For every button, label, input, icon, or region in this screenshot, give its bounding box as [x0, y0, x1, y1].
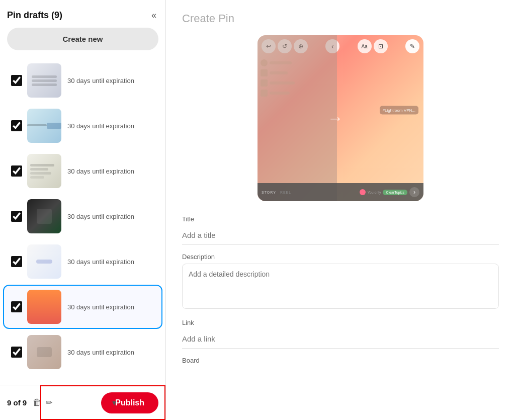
- preview-side-item-4: [261, 90, 295, 97]
- draft-expiry-2: 30 days until expiration: [67, 122, 134, 130]
- draft-checkbox-1[interactable]: [11, 75, 22, 86]
- board-field-group: Board: [182, 357, 499, 367]
- draft-checkbox-2[interactable]: [11, 120, 22, 131]
- preview-side-dot-3: [261, 79, 268, 87]
- drafts-list: 30 days until expiration 30 days until e…: [0, 55, 165, 385]
- preview-nav-dot-pink: [360, 189, 366, 195]
- draft-thumbnail-6: [27, 290, 61, 324]
- pin-preview-container: ↩ ↺ ⊕ ‹ Aa ⊡ ✎: [182, 35, 499, 201]
- page-count: 9 of 9: [7, 398, 27, 407]
- description-field-group: Description: [182, 253, 499, 311]
- draft-thumbnail-3: [27, 154, 61, 188]
- list-item[interactable]: 30 days until expiration: [3, 149, 162, 193]
- draft-checkbox-4[interactable]: [11, 211, 22, 222]
- right-panel: Create Pin ↩ ↺ ⊕ ‹ Aa ⊡ ✎: [166, 0, 515, 420]
- draft-expiry-3: 30 days until expiration: [67, 167, 134, 175]
- draft-thumbnail-1: [27, 63, 61, 98]
- panel-title: Pin drafts (9): [7, 10, 62, 21]
- draft-checkbox-7[interactable]: [11, 347, 22, 358]
- collapse-button[interactable]: «: [149, 8, 158, 23]
- dropdown-arrow-icon[interactable]: ▼: [111, 399, 118, 407]
- preview-side-item-3: [261, 79, 295, 87]
- preview-tag: #Lightroom VPN...: [380, 106, 418, 114]
- preview-nav-reel-text: REEL: [280, 191, 291, 194]
- left-panel: Pin drafts (9) « Create new 30 days unti…: [0, 0, 166, 420]
- title-label: Title: [182, 215, 499, 223]
- preview-nav-next-icon[interactable]: ›: [409, 187, 419, 197]
- preview-side-panel: [258, 35, 337, 201]
- preview-arrow-icon: →: [327, 109, 344, 128]
- draft-thumbnail-2: [27, 109, 61, 143]
- link-input[interactable]: [182, 329, 499, 349]
- preview-bottom-nav: STORY REEL You only ClearTopics ›: [258, 183, 423, 201]
- draft-checkbox-5[interactable]: [11, 256, 22, 267]
- title-field-group: Title: [182, 215, 499, 245]
- list-item[interactable]: 30 days until expiration: [3, 104, 162, 148]
- delete-button[interactable]: 🗑: [33, 397, 42, 408]
- draft-thumbnail-7: [27, 335, 61, 369]
- board-label: Board: [182, 357, 499, 364]
- preview-side-dot-2: [261, 69, 268, 76]
- list-item[interactable]: 30 days until expiration: [3, 330, 162, 374]
- preview-nav-you-only: You only: [368, 191, 381, 194]
- preview-nav-chip: ClearTopics: [383, 190, 407, 195]
- create-new-button[interactable]: Create new: [7, 28, 158, 50]
- pin-preview: ↩ ↺ ⊕ ‹ Aa ⊡ ✎: [258, 35, 423, 201]
- panel-header: Pin drafts (9) «: [0, 0, 165, 28]
- draft-expiry-7: 30 days until expiration: [67, 349, 134, 356]
- title-input[interactable]: [182, 226, 499, 245]
- preview-nav-right: You only ClearTopics ›: [360, 187, 419, 197]
- preview-side-label-2: [270, 71, 288, 74]
- preview-side-label-3: [270, 81, 295, 85]
- preview-edit-icon[interactable]: ✎: [405, 39, 419, 53]
- draft-expiry-1: 30 days until expiration: [67, 77, 134, 85]
- publish-button[interactable]: Publish: [101, 392, 158, 413]
- description-label: Description: [182, 253, 499, 261]
- preview-side-label-4: [270, 92, 290, 95]
- bottom-bar: 9 of 9 🗑 ✏ ▼ Publish: [0, 385, 165, 420]
- preview-side-items: [261, 59, 295, 97]
- list-item[interactable]: 30 days until expiration: [3, 285, 162, 329]
- draft-thumbnail-4: [27, 199, 61, 233]
- preview-tools-right: Aa ⊡: [358, 39, 388, 53]
- draft-expiry-5: 30 days until expiration: [67, 258, 134, 266]
- description-textarea[interactable]: [182, 264, 499, 309]
- edit-button[interactable]: ✏: [46, 398, 52, 407]
- preview-side-dot-4: [261, 90, 268, 97]
- draft-checkbox-3[interactable]: [11, 165, 22, 177]
- preview-nav-left: STORY REEL: [262, 191, 291, 194]
- preview-side-dot-1: [261, 59, 268, 66]
- preview-grid-icon[interactable]: ⊡: [374, 39, 388, 53]
- preview-nav-story-text: STORY: [262, 191, 276, 194]
- preview-text-icon[interactable]: Aa: [358, 39, 372, 53]
- draft-thumbnail-5: [27, 244, 61, 279]
- draft-expiry-6: 30 days until expiration: [67, 303, 134, 311]
- preview-side-label-1: [270, 61, 292, 64]
- draft-checkbox-6[interactable]: [11, 301, 22, 312]
- draft-expiry-4: 30 days until expiration: [67, 213, 134, 220]
- page-title: Create Pin: [182, 12, 499, 25]
- list-item[interactable]: 30 days until expiration: [3, 58, 162, 103]
- link-field-group: Link: [182, 319, 499, 349]
- list-item[interactable]: 30 days until expiration: [3, 194, 162, 238]
- preview-side-item-2: [261, 69, 295, 76]
- list-item[interactable]: 30 days until expiration: [3, 239, 162, 284]
- link-label: Link: [182, 319, 499, 326]
- preview-side-item-1: [261, 59, 295, 66]
